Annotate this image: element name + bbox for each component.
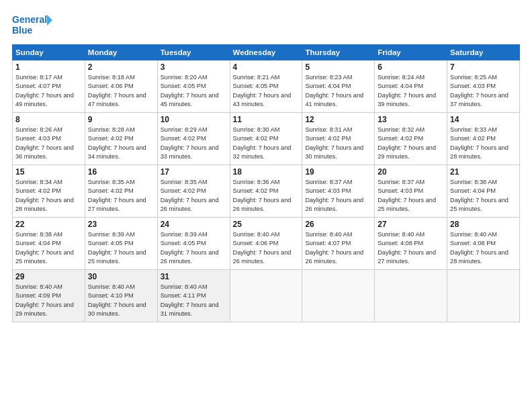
day-info: Sunrise: 8:40 AMSunset: 4:07 PMDaylight:… [305,230,371,266]
day-number: 10 [161,115,227,124]
calendar-cell: 12Sunrise: 8:31 AMSunset: 4:02 PMDayligh… [302,113,375,165]
day-number: 6 [378,62,444,72]
calendar-cell: 21Sunrise: 8:38 AMSunset: 4:04 PMDayligh… [447,165,520,218]
calendar-cell: 26Sunrise: 8:40 AMSunset: 4:07 PMDayligh… [302,218,375,270]
day-info: Sunrise: 8:35 AMSunset: 4:02 PMDaylight:… [88,178,154,214]
day-number: 30 [88,272,154,281]
day-info: Sunrise: 8:40 AMSunset: 4:09 PMDaylight:… [15,283,82,318]
day-number: 9 [88,115,154,124]
header: General Blue [12,12,520,38]
calendar-cell: 31Sunrise: 8:40 AMSunset: 4:11 PMDayligh… [157,270,230,322]
calendar-cell: 15Sunrise: 8:34 AMSunset: 4:02 PMDayligh… [13,165,85,218]
day-info: Sunrise: 8:38 AMSunset: 4:04 PMDaylight:… [450,178,517,214]
day-info: Sunrise: 8:24 AMSunset: 4:04 PMDaylight:… [378,73,444,109]
day-info: Sunrise: 8:40 AMSunset: 4:11 PMDaylight:… [161,283,227,318]
calendar-cell: 11Sunrise: 8:30 AMSunset: 4:02 PMDayligh… [230,113,302,165]
weekday-header-cell: Sunday [13,45,85,60]
day-info: Sunrise: 8:31 AMSunset: 4:02 PMDaylight:… [305,126,371,161]
logo: General Blue [12,12,52,38]
weekday-header-cell: Thursday [302,45,375,60]
calendar-cell [230,270,302,322]
day-number: 22 [15,220,82,229]
day-info: Sunrise: 8:38 AMSunset: 4:04 PMDaylight:… [15,230,82,266]
day-number: 28 [450,220,517,229]
day-info: Sunrise: 8:32 AMSunset: 4:02 PMDaylight:… [378,126,444,161]
calendar-cell: 29Sunrise: 8:40 AMSunset: 4:09 PMDayligh… [13,270,85,322]
svg-text:General: General [12,14,47,25]
calendar-cell [447,270,520,322]
weekday-header-cell: Saturday [447,45,520,60]
calendar-cell: 28Sunrise: 8:40 AMSunset: 4:08 PMDayligh… [447,218,520,270]
day-number: 5 [305,62,371,72]
day-info: Sunrise: 8:40 AMSunset: 4:08 PMDaylight:… [378,230,444,266]
calendar-cell: 10Sunrise: 8:29 AMSunset: 4:02 PMDayligh… [157,113,230,165]
day-number: 27 [378,220,444,229]
day-number: 16 [88,167,154,177]
day-info: Sunrise: 8:40 AMSunset: 4:10 PMDaylight:… [88,283,154,318]
calendar-week-row: 8Sunrise: 8:26 AMSunset: 4:03 PMDaylight… [13,113,520,165]
calendar-cell: 3Sunrise: 8:20 AMSunset: 4:05 PMDaylight… [157,60,230,113]
calendar-cell: 17Sunrise: 8:35 AMSunset: 4:02 PMDayligh… [157,165,230,218]
calendar-cell: 30Sunrise: 8:40 AMSunset: 4:10 PMDayligh… [85,270,157,322]
day-info: Sunrise: 8:33 AMSunset: 4:02 PMDaylight:… [450,126,517,161]
calendar-body: 1Sunrise: 8:17 AMSunset: 4:07 PMDaylight… [13,60,520,322]
calendar-cell: 14Sunrise: 8:33 AMSunset: 4:02 PMDayligh… [447,113,520,165]
day-info: Sunrise: 8:35 AMSunset: 4:02 PMDaylight:… [161,178,227,214]
day-info: Sunrise: 8:36 AMSunset: 4:02 PMDaylight:… [233,178,300,214]
calendar-cell: 22Sunrise: 8:38 AMSunset: 4:04 PMDayligh… [13,218,85,270]
day-info: Sunrise: 8:40 AMSunset: 4:06 PMDaylight:… [233,230,300,266]
day-info: Sunrise: 8:18 AMSunset: 4:06 PMDaylight:… [88,73,154,109]
weekday-header-cell: Monday [85,45,157,60]
calendar-cell: 13Sunrise: 8:32 AMSunset: 4:02 PMDayligh… [375,113,447,165]
calendar-cell: 27Sunrise: 8:40 AMSunset: 4:08 PMDayligh… [375,218,447,270]
day-info: Sunrise: 8:37 AMSunset: 4:03 PMDaylight:… [305,178,371,214]
day-number: 13 [378,115,444,124]
day-info: Sunrise: 8:25 AMSunset: 4:03 PMDaylight:… [450,73,517,109]
calendar-cell: 5Sunrise: 8:23 AMSunset: 4:04 PMDaylight… [302,60,375,113]
day-number: 19 [305,167,371,177]
calendar-cell: 25Sunrise: 8:40 AMSunset: 4:06 PMDayligh… [230,218,302,270]
day-info: Sunrise: 8:39 AMSunset: 4:05 PMDaylight:… [161,230,227,266]
calendar-week-row: 29Sunrise: 8:40 AMSunset: 4:09 PMDayligh… [13,270,520,322]
calendar-cell: 20Sunrise: 8:37 AMSunset: 4:03 PMDayligh… [375,165,447,218]
calendar-cell: 8Sunrise: 8:26 AMSunset: 4:03 PMDaylight… [13,113,85,165]
day-number: 20 [378,167,444,177]
day-number: 17 [161,167,227,177]
calendar-cell: 18Sunrise: 8:36 AMSunset: 4:02 PMDayligh… [230,165,302,218]
calendar-cell: 4Sunrise: 8:21 AMSunset: 4:05 PMDaylight… [230,60,302,113]
calendar-cell: 2Sunrise: 8:18 AMSunset: 4:06 PMDaylight… [85,60,157,113]
day-info: Sunrise: 8:34 AMSunset: 4:02 PMDaylight:… [15,178,82,214]
calendar-cell [302,270,375,322]
weekday-header-row: SundayMondayTuesdayWednesdayThursdayFrid… [13,45,520,60]
day-number: 23 [88,220,154,229]
day-number: 29 [15,272,82,281]
day-info: Sunrise: 8:40 AMSunset: 4:08 PMDaylight:… [450,230,517,266]
day-number: 8 [15,115,82,124]
calendar-page: General Blue SundayMondayTuesdayWednesda… [0,0,532,411]
day-number: 3 [161,62,227,72]
day-info: Sunrise: 8:26 AMSunset: 4:03 PMDaylight:… [15,126,82,161]
day-number: 4 [233,62,300,72]
weekday-header-cell: Wednesday [230,45,302,60]
calendar-cell: 7Sunrise: 8:25 AMSunset: 4:03 PMDaylight… [447,60,520,113]
calendar-cell: 9Sunrise: 8:28 AMSunset: 4:02 PMDaylight… [85,113,157,165]
day-info: Sunrise: 8:17 AMSunset: 4:07 PMDaylight:… [15,73,82,109]
calendar-week-row: 1Sunrise: 8:17 AMSunset: 4:07 PMDaylight… [13,60,520,113]
day-number: 26 [305,220,371,229]
calendar-week-row: 22Sunrise: 8:38 AMSunset: 4:04 PMDayligh… [13,218,520,270]
day-number: 18 [233,167,300,177]
day-info: Sunrise: 8:30 AMSunset: 4:02 PMDaylight:… [233,126,300,161]
day-info: Sunrise: 8:37 AMSunset: 4:03 PMDaylight:… [378,178,444,214]
calendar-cell: 1Sunrise: 8:17 AMSunset: 4:07 PMDaylight… [13,60,85,113]
day-info: Sunrise: 8:23 AMSunset: 4:04 PMDaylight:… [305,73,371,109]
day-number: 7 [450,62,517,72]
calendar-cell: 23Sunrise: 8:39 AMSunset: 4:05 PMDayligh… [85,218,157,270]
day-number: 1 [15,62,82,72]
day-number: 21 [450,167,517,177]
calendar-week-row: 15Sunrise: 8:34 AMSunset: 4:02 PMDayligh… [13,165,520,218]
weekday-header-cell: Friday [375,45,447,60]
weekday-header-cell: Tuesday [157,45,230,60]
day-number: 14 [450,115,517,124]
day-info: Sunrise: 8:39 AMSunset: 4:05 PMDaylight:… [88,230,154,266]
day-number: 12 [305,115,371,124]
